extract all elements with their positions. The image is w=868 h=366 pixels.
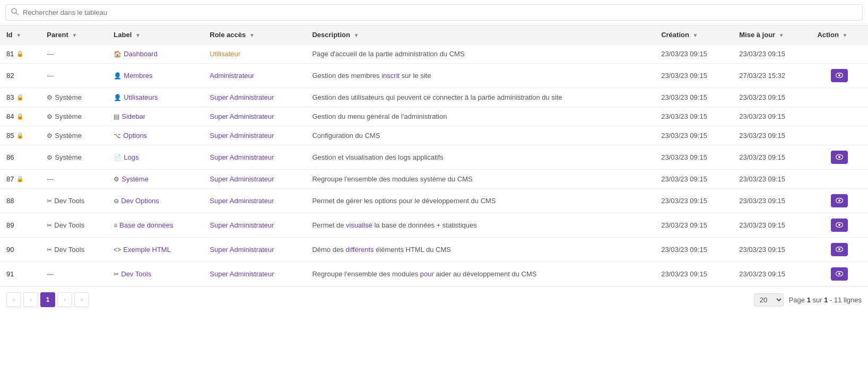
id-value: 81	[6, 50, 14, 58]
lock-icon: 🔒	[16, 176, 24, 182]
lock-icon: 🔒	[16, 94, 24, 101]
label-icon: ⊖	[114, 197, 119, 205]
cell-action	[811, 213, 868, 238]
col-action[interactable]: Action ▼	[811, 25, 868, 45]
col-description[interactable]: Description ▼	[306, 25, 655, 45]
search-input[interactable]	[23, 8, 857, 16]
cell-role: Super Administrateur	[203, 262, 306, 286]
cell-id: 91	[0, 262, 40, 286]
col-role[interactable]: Role accès ▼	[203, 25, 306, 45]
parent-value: Système	[55, 132, 82, 140]
view-button[interactable]	[831, 69, 848, 82]
label-link[interactable]: Utilisateurs	[124, 93, 158, 101]
view-button[interactable]	[831, 151, 848, 164]
svg-line-1	[16, 13, 18, 15]
cell-action	[811, 88, 868, 107]
search-bar	[5, 4, 863, 21]
role-value: Super Administrateur	[210, 93, 274, 101]
label-icon: ≡	[114, 222, 117, 229]
role-value: Super Administrateur	[210, 246, 274, 254]
miseajour-date: 23/03/23 09:15	[739, 93, 785, 101]
sort-arrow-parent: ▼	[72, 32, 77, 38]
label-icon: 📄	[114, 154, 121, 161]
label-link[interactable]: Membres	[124, 72, 152, 80]
col-miseajour[interactable]: Mise à jour ▼	[733, 25, 811, 45]
view-button[interactable]	[831, 243, 848, 256]
col-label[interactable]: Label ▼	[107, 25, 203, 45]
cell-miseajour: 23/03/23 09:15	[733, 189, 811, 213]
cell-miseajour: 27/03/23 15:32	[733, 64, 811, 88]
pagination-prev-btn[interactable]: ‹	[23, 292, 38, 307]
per-page-select[interactable]: 20 50 100	[754, 293, 784, 307]
table-row: 86⚙Système📄LogsSuper AdministrateurGesti…	[0, 145, 868, 170]
sort-arrow-creation: ▼	[693, 32, 698, 38]
label-link[interactable]: Système	[121, 175, 149, 183]
sort-arrow-miseajour: ▼	[779, 32, 784, 38]
cell-description: Gestion du menu général de l'administrat…	[306, 107, 655, 126]
parent-value: Dev Tools	[54, 197, 84, 205]
cell-label: ⚙Système	[107, 170, 203, 189]
cell-miseajour: 23/03/23 09:15	[733, 213, 811, 238]
cell-id: 85🔒	[0, 126, 40, 145]
cell-creation: 23/03/23 09:15	[655, 107, 733, 126]
col-creation[interactable]: Création ▼	[655, 25, 733, 45]
cell-label: ▤Sidebar	[107, 107, 203, 126]
parent-icon: ✂	[47, 246, 52, 254]
cell-description: Démo des différents éléments HTML du CMS	[306, 238, 655, 262]
description-text: Démo des différents éléments HTML du CMS	[312, 246, 451, 254]
view-button[interactable]	[831, 194, 848, 207]
label-link[interactable]: Dashboard	[124, 50, 158, 58]
description-text: Regroupe l'ensemble des modules pour aid…	[312, 270, 536, 278]
cell-creation: 23/03/23 09:15	[655, 238, 733, 262]
cell-action	[811, 262, 868, 286]
cell-action	[811, 238, 868, 262]
view-button[interactable]	[831, 219, 848, 232]
lock-icon: 🔒	[16, 113, 24, 120]
description-text: Page d'accueil de la partie administrati…	[312, 50, 464, 58]
pagination-last-btn[interactable]: »	[74, 292, 89, 307]
description-text: Permet de visualisé la base de données +…	[312, 221, 476, 229]
pagination-page1-btn[interactable]: 1	[40, 292, 55, 307]
sort-arrow-description: ▼	[354, 32, 359, 38]
cell-role: Super Administrateur	[203, 189, 306, 213]
parent-value: Dev Tools	[54, 221, 84, 229]
pagination-right: 20 50 100 Page 1 sur 1 - 11 lignes	[754, 293, 862, 307]
table-header: Id ▼ Parent ▼ Label ▼ Role accès ▼ Descr…	[0, 25, 868, 45]
cell-label: <>Exemple HTML	[107, 238, 203, 262]
cell-miseajour: 23/03/23 09:15	[733, 238, 811, 262]
description-text: Gestion des utilisateurs qui peuvent ce …	[312, 93, 562, 101]
label-link[interactable]: Logs	[124, 153, 138, 161]
cell-id: 81🔒	[0, 45, 40, 64]
label-link[interactable]: Dev Tools	[121, 270, 151, 278]
cell-parent: ⚙Système	[40, 88, 107, 107]
table-row: 87🔒---⚙SystèmeSuper AdministrateurRegrou…	[0, 170, 868, 189]
cell-creation: 23/03/23 09:15	[655, 64, 733, 88]
pagination-next-btn[interactable]: ›	[57, 292, 72, 307]
label-icon: ✂	[114, 271, 119, 278]
cell-id: 88	[0, 189, 40, 213]
cell-label: ≡Base de données	[107, 213, 203, 238]
cell-id: 87🔒	[0, 170, 40, 189]
col-id[interactable]: Id ▼	[0, 25, 40, 45]
cell-id: 90	[0, 238, 40, 262]
label-link[interactable]: Sidebar	[121, 112, 145, 120]
label-link[interactable]: Base de données	[119, 221, 173, 229]
label-link[interactable]: Dev Options	[121, 197, 159, 205]
table-row: 84🔒⚙Système▤SidebarSuper AdministrateurG…	[0, 107, 868, 126]
parent-value: ---	[47, 175, 54, 183]
sort-arrow-action: ▼	[842, 32, 847, 38]
label-link[interactable]: Exemple HTML	[123, 246, 171, 254]
cell-parent: ✂Dev Tools	[40, 213, 107, 238]
description-text: Gestion du menu général de l'administrat…	[312, 112, 447, 120]
miseajour-date: 23/03/23 09:15	[739, 132, 785, 140]
view-button[interactable]	[831, 267, 848, 281]
role-value: Super Administrateur	[210, 153, 274, 161]
label-link[interactable]: Options	[123, 132, 147, 140]
cell-parent: ✂Dev Tools	[40, 189, 107, 213]
col-parent[interactable]: Parent ▼	[40, 25, 107, 45]
pagination-first-btn[interactable]: «	[6, 292, 21, 307]
cell-label: ⊖Dev Options	[107, 189, 203, 213]
cell-label: ⌥Options	[107, 126, 203, 145]
id-value: 88	[6, 197, 14, 205]
parent-icon: ✂	[47, 197, 52, 205]
